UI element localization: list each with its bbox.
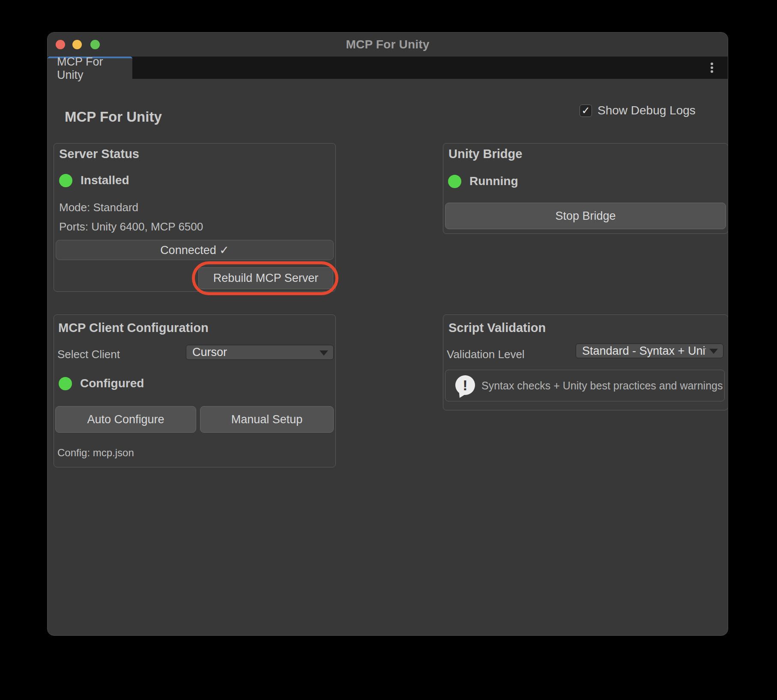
client-select-dropdown[interactable]: Cursor [186, 345, 334, 360]
server-ports-text: Ports: Unity 6400, MCP 6500 [59, 220, 203, 233]
script-validation-panel: Script Validation Validation Level Stand… [443, 314, 728, 410]
page-title: MCP For Unity [65, 109, 162, 125]
show-debug-logs-toggle[interactable]: ✓ Show Debug Logs [580, 104, 696, 117]
checkmark-icon: ✓ [581, 105, 590, 116]
window-titlebar[interactable]: MCP For Unity [48, 33, 728, 57]
rebuild-mcp-server-button[interactable]: Rebuild MCP Server [198, 267, 333, 289]
validation-level-dropdown[interactable]: Standard - Syntax + Unity pr [576, 344, 723, 358]
status-dot-green-icon [59, 174, 72, 187]
validation-level-label: Validation Level [447, 348, 525, 361]
minimize-button[interactable] [72, 40, 82, 49]
select-client-label: Select Client [57, 348, 120, 361]
mcp-for-unity-window: MCP For Unity MCP For Unity MCP For Unit… [47, 32, 728, 636]
configured-status-row: Configured [59, 377, 144, 390]
bridge-status-row: Running [448, 174, 518, 188]
tab-mcp-for-unity[interactable]: MCP For Unity [48, 57, 132, 79]
server-status-row: Installed [59, 174, 129, 187]
stop-bridge-button[interactable]: Stop Bridge [445, 203, 726, 229]
chevron-down-icon [320, 350, 328, 356]
kebab-menu-icon[interactable] [705, 57, 718, 79]
chevron-down-icon [709, 349, 718, 354]
zoom-button[interactable] [90, 40, 100, 49]
auto-configure-button[interactable]: Auto Configure [55, 406, 196, 433]
manual-setup-button[interactable]: Manual Setup [200, 406, 334, 433]
client-dropdown-value: Cursor [192, 346, 227, 359]
desktop-background: MCP For Unity MCP For Unity MCP For Unit… [0, 0, 777, 700]
show-debug-logs-label: Show Debug Logs [598, 104, 696, 117]
client-config-title: MCP Client Configuration [58, 321, 209, 335]
server-status-value: Installed [81, 174, 129, 187]
server-status-title: Server Status [59, 147, 139, 161]
script-validation-title: Script Validation [448, 321, 546, 335]
server-status-panel: Server Status Installed Mode: Standard P… [54, 143, 336, 292]
config-path-note: Config: mcp.json [57, 447, 134, 459]
info-bubble-icon: ! [455, 375, 475, 395]
bridge-status-value: Running [469, 174, 518, 188]
configured-status-value: Configured [80, 377, 144, 390]
unity-bridge-panel: Unity Bridge Running Stop Bridge [443, 143, 728, 234]
window-title: MCP For Unity [346, 38, 430, 51]
connected-button[interactable]: Connected ✓ [56, 240, 334, 260]
mcp-client-configuration-panel: MCP Client Configuration Select Client C… [54, 314, 336, 467]
show-debug-logs-checkbox[interactable]: ✓ [580, 105, 592, 117]
status-dot-green-icon [59, 377, 72, 390]
close-button[interactable] [56, 40, 65, 49]
tab-strip: MCP For Unity [48, 57, 728, 79]
server-mode-text: Mode: Standard [59, 201, 138, 214]
unity-bridge-title: Unity Bridge [448, 147, 522, 161]
tab-label: MCP For Unity [57, 55, 132, 82]
validation-info-box: ! Syntax checks + Unity best practices a… [445, 370, 725, 401]
validation-dropdown-value: Standard - Syntax + Unity pr [582, 344, 706, 358]
validation-info-text: Syntax checks + Unity best practices and… [481, 370, 723, 401]
status-dot-green-icon [448, 175, 461, 188]
